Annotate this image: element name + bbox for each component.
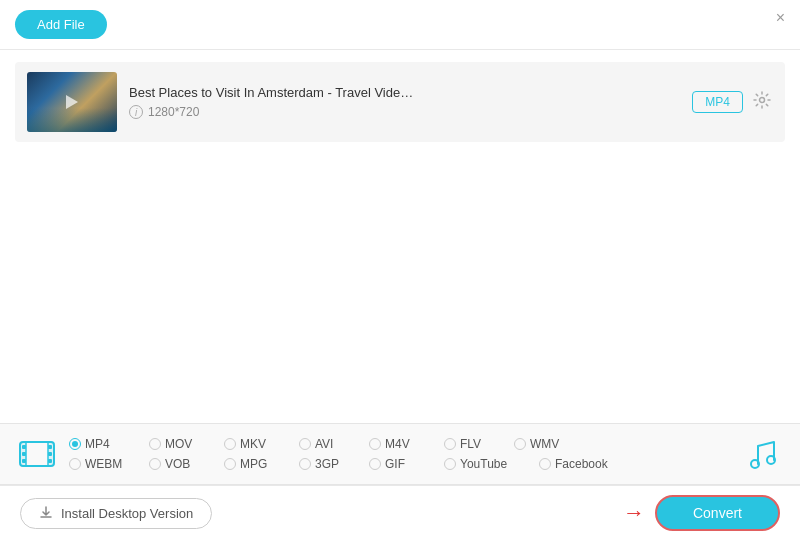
content-area bbox=[0, 154, 800, 394]
format-option-youtube[interactable]: YouTube bbox=[444, 457, 539, 471]
format-row-1: MP4 MOV MKV AVI M4V FLV bbox=[69, 437, 736, 451]
settings-button[interactable] bbox=[751, 89, 773, 115]
arrow-area: → Convert bbox=[623, 495, 780, 531]
svg-rect-11 bbox=[48, 459, 52, 463]
format-option-wmv[interactable]: WMV bbox=[514, 437, 584, 451]
file-meta: i 1280*720 bbox=[129, 105, 680, 119]
format-option-mpg[interactable]: MPG bbox=[224, 457, 299, 471]
file-resolution: 1280*720 bbox=[148, 105, 199, 119]
radio-3gp[interactable] bbox=[299, 458, 311, 470]
svg-rect-7 bbox=[22, 452, 26, 456]
format-option-mov[interactable]: MOV bbox=[149, 437, 224, 451]
format-option-mkv[interactable]: MKV bbox=[224, 437, 299, 451]
top-bar: Add File × bbox=[0, 0, 800, 50]
music-icon bbox=[748, 438, 778, 470]
radio-flv[interactable] bbox=[444, 438, 456, 450]
radio-youtube[interactable] bbox=[444, 458, 456, 470]
radio-mp4[interactable] bbox=[69, 438, 81, 450]
svg-rect-6 bbox=[22, 445, 26, 449]
format-option-gif[interactable]: GIF bbox=[369, 457, 444, 471]
gear-icon bbox=[753, 91, 771, 109]
format-option-m4v[interactable]: M4V bbox=[369, 437, 444, 451]
install-label: Install Desktop Version bbox=[61, 506, 193, 521]
radio-wmv[interactable] bbox=[514, 438, 526, 450]
format-option-webm[interactable]: WEBM bbox=[69, 457, 149, 471]
svg-point-0 bbox=[760, 98, 765, 103]
file-actions: MP4 bbox=[692, 89, 773, 115]
svg-rect-10 bbox=[48, 452, 52, 456]
convert-button[interactable]: Convert bbox=[655, 495, 780, 531]
add-file-button[interactable]: Add File bbox=[15, 10, 107, 39]
radio-mov[interactable] bbox=[149, 438, 161, 450]
format-option-3gp[interactable]: 3GP bbox=[299, 457, 369, 471]
music-icon-area[interactable] bbox=[741, 432, 785, 476]
film-icon-area bbox=[15, 432, 59, 476]
format-option-avi[interactable]: AVI bbox=[299, 437, 369, 451]
info-icon: i bbox=[129, 105, 143, 119]
file-thumbnail bbox=[27, 72, 117, 132]
format-options-grid: MP4 MOV MKV AVI M4V FLV bbox=[69, 437, 736, 471]
radio-gif[interactable] bbox=[369, 458, 381, 470]
radio-avi[interactable] bbox=[299, 438, 311, 450]
format-option-facebook[interactable]: Facebook bbox=[539, 457, 629, 471]
download-icon bbox=[39, 506, 53, 520]
format-option-vob[interactable]: VOB bbox=[149, 457, 224, 471]
arrow-icon: → bbox=[623, 500, 645, 526]
file-item: Best Places to Visit In Amsterdam - Trav… bbox=[15, 62, 785, 142]
format-bar: MP4 MOV MKV AVI M4V FLV bbox=[0, 423, 800, 485]
svg-rect-9 bbox=[48, 445, 52, 449]
format-option-flv[interactable]: FLV bbox=[444, 437, 514, 451]
format-option-mp4[interactable]: MP4 bbox=[69, 437, 149, 451]
file-area: Best Places to Visit In Amsterdam - Trav… bbox=[0, 50, 800, 154]
svg-rect-8 bbox=[22, 459, 26, 463]
radio-mkv[interactable] bbox=[224, 438, 236, 450]
radio-vob[interactable] bbox=[149, 458, 161, 470]
radio-facebook[interactable] bbox=[539, 458, 551, 470]
radio-mpg[interactable] bbox=[224, 458, 236, 470]
file-info: Best Places to Visit In Amsterdam - Trav… bbox=[129, 85, 680, 119]
film-icon bbox=[18, 435, 56, 473]
radio-webm[interactable] bbox=[69, 458, 81, 470]
format-badge[interactable]: MP4 bbox=[692, 91, 743, 113]
file-title: Best Places to Visit In Amsterdam - Trav… bbox=[129, 85, 680, 100]
format-row-2: WEBM VOB MPG 3GP GIF YouTube bbox=[69, 457, 736, 471]
install-button[interactable]: Install Desktop Version bbox=[20, 498, 212, 529]
close-button[interactable]: × bbox=[776, 10, 785, 26]
action-bar: Install Desktop Version → Convert bbox=[0, 485, 800, 540]
radio-m4v[interactable] bbox=[369, 438, 381, 450]
